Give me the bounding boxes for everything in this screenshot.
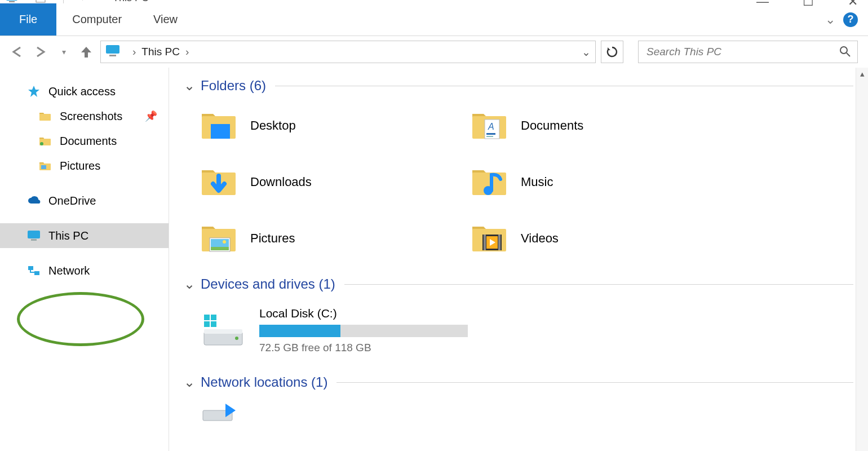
hdd-icon: [201, 312, 246, 348]
chevron-down-icon[interactable]: ⌄: [184, 78, 195, 94]
svg-rect-1: [9, 1, 15, 2]
ribbon-tabs: File Computer View ⌄ ?: [0, 3, 868, 36]
folder-label: Music: [521, 175, 553, 189]
sidebar-network[interactable]: Network: [0, 258, 169, 283]
desktop-folder-icon: [201, 110, 237, 141]
vertical-scrollbar[interactable]: ▴: [856, 68, 868, 451]
sidebar-quick-access[interactable]: Quick access: [0, 79, 169, 104]
search-input[interactable]: [645, 45, 839, 59]
folder-documents[interactable]: A Documents: [471, 110, 742, 141]
back-button[interactable]: [10, 43, 27, 60]
pc-icon: [105, 45, 121, 60]
sidebar-item-label: Network: [48, 264, 90, 277]
svg-rect-34: [484, 235, 486, 250]
drive-usage-fill: [259, 325, 340, 337]
folder-icon: [38, 109, 52, 123]
chevron-down-icon[interactable]: ⌄: [184, 374, 195, 390]
ribbon-collapse-icon[interactable]: ⌄: [825, 12, 835, 27]
scroll-up-icon[interactable]: ▴: [856, 68, 868, 80]
svg-rect-18: [211, 124, 230, 139]
folder-label: Videos: [521, 231, 559, 246]
group-header-folders[interactable]: ⌄ Folders (6): [184, 78, 853, 94]
svg-rect-12: [41, 165, 46, 169]
group-title: Network locations (1): [201, 374, 327, 390]
folder-videos[interactable]: Videos: [471, 223, 742, 254]
svg-rect-38: [204, 329, 242, 334]
folder-music[interactable]: Music: [471, 167, 742, 197]
sidebar-item-label: This PC: [48, 229, 88, 242]
chevron-right-icon[interactable]: ›: [132, 46, 136, 58]
group-header-drives[interactable]: ⌄ Devices and drives (1): [184, 276, 853, 292]
svg-text:A: A: [488, 122, 494, 131]
sidebar-item-documents[interactable]: Documents: [0, 129, 169, 153]
address-bar[interactable]: › This PC › ⌄: [100, 41, 596, 63]
tab-file[interactable]: File: [0, 3, 56, 36]
folder-label: Desktop: [250, 118, 296, 133]
svg-rect-8: [39, 114, 51, 121]
separator: [344, 284, 853, 285]
help-icon[interactable]: ?: [843, 12, 858, 27]
sidebar-item-label: Documents: [60, 135, 117, 148]
star-icon: [27, 85, 41, 98]
documents-folder-icon: A: [471, 110, 507, 141]
folder-desktop[interactable]: Desktop: [201, 110, 471, 141]
folder-icon: [38, 134, 52, 148]
svg-rect-41: [211, 315, 216, 320]
search-box[interactable]: [638, 41, 858, 63]
svg-rect-43: [211, 321, 216, 327]
cloud-icon: [27, 194, 41, 207]
svg-rect-13: [28, 231, 40, 238]
folder-label: Documents: [521, 118, 583, 133]
forward-button[interactable]: [33, 43, 50, 60]
svg-rect-14: [31, 239, 37, 241]
svg-rect-2: [36, 0, 45, 2]
svg-rect-4: [106, 45, 119, 54]
chevron-down-icon[interactable]: ⌄: [184, 276, 195, 292]
recent-dropdown-icon[interactable]: ▾: [55, 43, 72, 60]
svg-rect-29: [211, 239, 229, 247]
sidebar-item-label: Pictures: [60, 160, 100, 173]
network-icon: [27, 264, 41, 277]
drive-local-disk-c[interactable]: Local Disk (C:) 72.5 GB free of 118 GB: [201, 307, 853, 354]
svg-point-10: [40, 142, 43, 145]
tab-computer[interactable]: Computer: [56, 3, 138, 36]
sidebar-item-label: OneDrive: [48, 194, 96, 207]
svg-rect-5: [109, 55, 116, 56]
chevron-right-icon[interactable]: ›: [185, 46, 189, 58]
svg-rect-35: [498, 235, 501, 250]
svg-line-7: [847, 53, 850, 56]
separator: [275, 86, 853, 86]
search-icon[interactable]: [839, 46, 851, 59]
sidebar-item-screenshots[interactable]: Screenshots 📌: [0, 104, 169, 129]
network-location-item[interactable]: [201, 400, 853, 425]
svg-point-31: [223, 240, 226, 244]
refresh-button[interactable]: [601, 41, 623, 63]
group-header-network-locations[interactable]: ⌄ Network locations (1): [184, 374, 853, 390]
navigation-tree: Quick access Screenshots 📌 Documents P: [0, 68, 169, 451]
tab-view[interactable]: View: [138, 3, 193, 36]
folders-grid: Desktop A Documents Downloads: [201, 110, 853, 254]
pictures-folder-icon: [201, 223, 237, 254]
folder-pictures[interactable]: Pictures: [201, 223, 471, 254]
up-button[interactable]: [78, 43, 95, 60]
svg-point-39: [235, 337, 238, 340]
sidebar-this-pc[interactable]: This PC: [0, 223, 169, 248]
svg-point-6: [840, 47, 847, 54]
content-pane: ▴ ⌄ Folders (6) Desktop A: [169, 68, 868, 451]
svg-rect-0: [6, 0, 17, 1]
drive-name: Local Disk (C:): [259, 307, 468, 320]
drive-free-text: 72.5 GB free of 118 GB: [259, 342, 468, 354]
sidebar-item-pictures[interactable]: Pictures: [0, 153, 169, 178]
folder-downloads[interactable]: Downloads: [201, 167, 471, 197]
qat-dropdown-icon[interactable]: ▾: [81, 0, 85, 3]
sidebar-onedrive[interactable]: OneDrive: [0, 188, 169, 213]
breadcrumb-root[interactable]: This PC: [141, 46, 180, 58]
separator: [336, 382, 853, 383]
network-drive-icon: [201, 400, 240, 423]
drive-usage-bar: [259, 325, 468, 337]
sidebar-item-label: Screenshots: [60, 110, 122, 123]
group-title: Folders (6): [201, 78, 266, 94]
group-title: Devices and drives (1): [201, 276, 335, 292]
address-dropdown-icon[interactable]: ⌄: [582, 46, 591, 59]
svg-rect-30: [211, 247, 229, 250]
